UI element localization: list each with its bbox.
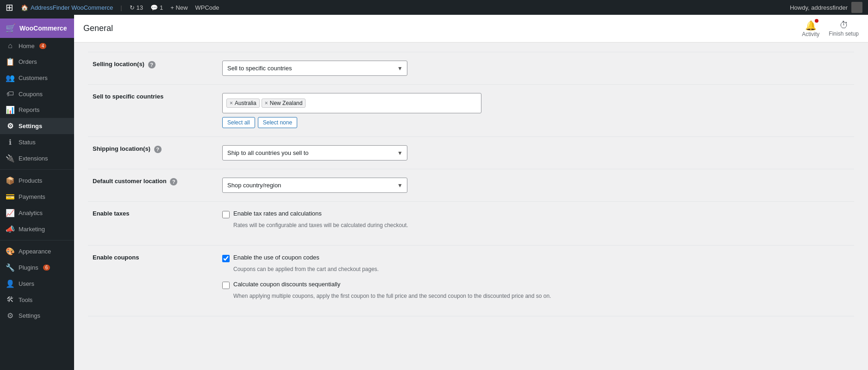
- home-badge: 4: [39, 43, 47, 49]
- content-header: General 🔔 Activity ⏱ Finish setup: [74, 15, 868, 43]
- sidebar-item-wp-settings[interactable]: ⚙ Settings: [0, 308, 74, 324]
- sidebar-item-analytics[interactable]: 📈 Analytics: [0, 205, 74, 221]
- shipping-location-field: Ship to all countries you sell to Ship t…: [218, 137, 854, 169]
- sequential-coupons-row: Calculate coupon discounts sequentially: [222, 281, 849, 289]
- sidebar: 🛒 WooCommerce ⌂ Home 4 📋 Orders 👥 Custom…: [0, 15, 74, 370]
- sequential-coupons-section: Calculate coupon discounts sequentially …: [222, 281, 849, 300]
- shipping-location-select[interactable]: Ship to all countries you sell to Ship t…: [222, 145, 407, 160]
- enable-taxes-field: Enable tax rates and calculations Rates …: [218, 202, 854, 246]
- settings-icon: ⚙: [6, 122, 15, 130]
- tax-rates-row: Enable tax rates and calculations: [222, 210, 849, 218]
- woocommerce-brand[interactable]: 🛒 WooCommerce: [0, 18, 74, 38]
- sidebar-item-orders[interactable]: 📋 Orders: [0, 54, 74, 70]
- row-selling-location: Selling location(s) ? Sell to specific c…: [88, 52, 854, 85]
- new-item[interactable]: + New: [170, 4, 187, 11]
- coupon-codes-section: Enable the use of coupon codes Coupons c…: [222, 254, 849, 273]
- comments-item[interactable]: 💬 1: [150, 4, 163, 11]
- coupon-codes-help-text: Coupons can be applied from the cart and…: [233, 265, 849, 273]
- sidebar-item-customers[interactable]: 👥 Customers: [0, 70, 74, 86]
- sidebar-item-tools[interactable]: 🛠 Tools: [0, 292, 74, 308]
- site-name[interactable]: 🏠 AddressFinder WooCommerce: [21, 4, 113, 11]
- page-title: General: [83, 24, 113, 33]
- tag-actions: Select all Select none: [222, 117, 849, 128]
- row-sell-specific: Sell to specific countries × Australia ×: [88, 85, 854, 137]
- activity-notification-dot: [815, 19, 818, 23]
- selling-location-help-icon[interactable]: ?: [148, 61, 156, 68]
- select-all-button[interactable]: Select all: [222, 117, 255, 128]
- sidebar-item-settings[interactable]: ⚙ Settings: [0, 118, 74, 134]
- admin-bar: ⊞ 🏠 AddressFinder WooCommerce | ↻ 13 💬 1…: [0, 0, 868, 15]
- customers-icon: 👥: [6, 74, 15, 82]
- sidebar-item-products[interactable]: 📦 Products: [0, 173, 74, 189]
- activity-button[interactable]: 🔔 Activity: [802, 20, 819, 37]
- users-icon: 👤: [6, 279, 15, 288]
- selling-location-field: Sell to specific countries Sell to all c…: [218, 52, 854, 85]
- activity-icon: 🔔: [805, 20, 817, 31]
- sidebar-divider-2: [0, 240, 74, 240]
- tax-rates-checkbox[interactable]: [222, 211, 230, 218]
- row-enable-taxes: Enable taxes Enable tax rates and calcul…: [88, 202, 854, 246]
- settings-content: Selling location(s) ? Sell to specific c…: [74, 43, 868, 326]
- finish-setup-button[interactable]: ⏱ Finish setup: [829, 20, 859, 37]
- sidebar-item-status[interactable]: ℹ Status: [0, 134, 74, 150]
- main-content: General 🔔 Activity ⏱ Finish setup: [74, 15, 868, 370]
- payments-icon: 💳: [6, 192, 15, 201]
- country-tag-nz: × New Zealand: [262, 99, 306, 108]
- appearance-icon: 🎨: [6, 247, 15, 256]
- coupon-codes-checkbox[interactable]: [222, 255, 230, 262]
- header-actions: 🔔 Activity ⏱ Finish setup: [802, 20, 859, 37]
- shipping-location-label: Shipping location(s) ?: [88, 137, 218, 169]
- tools-icon: 🛠: [6, 296, 15, 304]
- analytics-icon: 📈: [6, 209, 15, 217]
- remove-australia-button[interactable]: ×: [230, 100, 233, 106]
- shipping-location-select-wrapper: Ship to all countries you sell to Ship t…: [222, 145, 407, 160]
- comments-icon: 💬: [150, 4, 158, 11]
- extensions-icon: 🔌: [6, 154, 15, 163]
- status-icon: ℹ: [6, 138, 15, 147]
- row-shipping-location: Shipping location(s) ? Ship to all count…: [88, 137, 854, 169]
- row-default-customer-location: Default customer location ? Shop country…: [88, 169, 854, 202]
- tax-checkbox-section: Enable tax rates and calculations Rates …: [222, 210, 849, 229]
- sidebar-item-home[interactable]: ⌂ Home 4: [0, 38, 74, 54]
- shipping-location-help-icon[interactable]: ?: [154, 146, 162, 153]
- sequential-coupons-label: Calculate coupon discounts sequentially: [233, 281, 340, 288]
- plugins-badge: 6: [43, 265, 50, 271]
- sell-specific-label: Sell to specific countries: [88, 85, 218, 137]
- tax-rates-help-text: Rates will be configurable and taxes wil…: [233, 221, 849, 229]
- sidebar-item-appearance[interactable]: 🎨 Appearance: [0, 243, 74, 259]
- country-tags-box[interactable]: × Australia × New Zealand: [222, 93, 481, 113]
- country-tag-au: × Australia: [226, 99, 260, 108]
- sidebar-item-coupons[interactable]: 🏷 Coupons: [0, 86, 74, 102]
- orders-icon: 📋: [6, 57, 15, 66]
- sell-specific-field: × Australia × New Zealand Select all: [218, 85, 854, 137]
- sequential-coupons-checkbox[interactable]: [222, 282, 230, 289]
- default-customer-location-label: Default customer location ?: [88, 169, 218, 202]
- row-enable-coupons: Enable coupons Enable the use of coupon …: [88, 246, 854, 316]
- finish-setup-icon: ⏱: [839, 20, 849, 31]
- sidebar-item-reports[interactable]: 📊 Reports: [0, 102, 74, 118]
- default-customer-location-field: Shop country/region Geolocate No locatio…: [218, 169, 854, 202]
- default-customer-location-select[interactable]: Shop country/region Geolocate No locatio…: [222, 178, 407, 193]
- coupon-codes-row: Enable the use of coupon codes: [222, 254, 849, 262]
- avatar[interactable]: [851, 2, 862, 13]
- coupons-icon: 🏷: [6, 90, 15, 98]
- coupon-codes-label: Enable the use of coupon codes: [233, 254, 319, 261]
- reports-icon: 📊: [6, 105, 15, 114]
- sidebar-item-plugins[interactable]: 🔧 Plugins 6: [0, 259, 74, 276]
- default-customer-location-select-wrapper: Shop country/region Geolocate No locatio…: [222, 178, 407, 193]
- sidebar-item-extensions[interactable]: 🔌 Extensions: [0, 150, 74, 166]
- home-icon: ⌂: [6, 42, 15, 50]
- default-customer-location-help-icon[interactable]: ?: [170, 178, 177, 185]
- sidebar-item-payments[interactable]: 💳 Payments: [0, 189, 74, 205]
- updates-item[interactable]: ↻ 13: [130, 4, 143, 11]
- remove-newzealand-button[interactable]: ×: [265, 100, 268, 106]
- updates-icon: ↻: [130, 4, 135, 11]
- sequential-coupons-help-text: When applying multiple coupons, apply th…: [233, 292, 849, 300]
- selling-location-select[interactable]: Sell to specific countries Sell to all c…: [222, 61, 407, 76]
- sidebar-item-marketing[interactable]: 📣 Marketing: [0, 221, 74, 237]
- sidebar-item-users[interactable]: 👤 Users: [0, 276, 74, 292]
- wpcode-item[interactable]: WPCode: [195, 4, 219, 11]
- products-icon: 📦: [6, 176, 15, 185]
- settings-table: Selling location(s) ? Sell to specific c…: [88, 52, 854, 316]
- select-none-button[interactable]: Select none: [258, 117, 297, 128]
